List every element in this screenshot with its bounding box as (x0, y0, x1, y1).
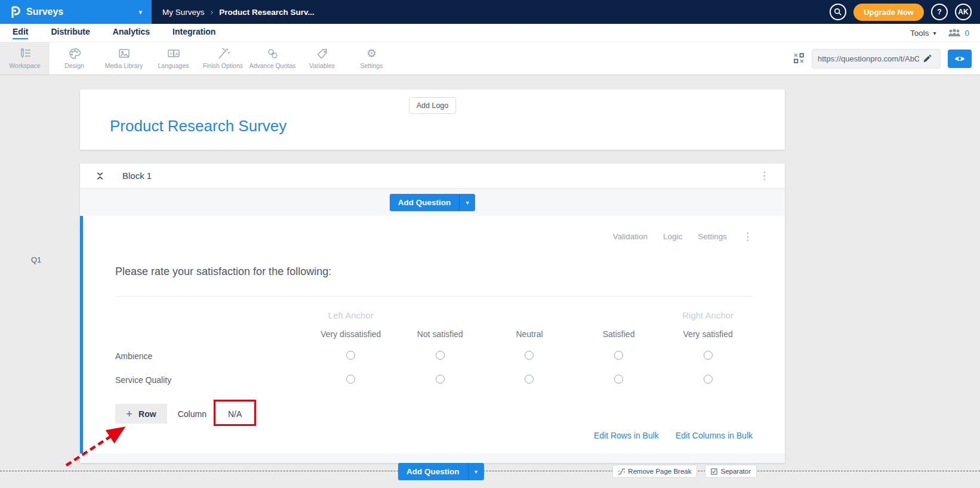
edit-columns-bulk-link[interactable]: Edit Columns in Bulk (676, 431, 753, 440)
left-anchor-placeholder[interactable]: Left Anchor (306, 310, 396, 320)
section-nav: Edit Distribute Analytics Integration To… (0, 24, 980, 42)
add-question-dropdown[interactable]: ▾ (459, 194, 475, 211)
survey-header-card: Add Logo Product Research Survey (80, 89, 785, 150)
matrix-row-service-quality: Service Quality (115, 368, 753, 392)
anchor-row: Left Anchor Right Anchor (115, 306, 753, 324)
avatar[interactable]: AK (955, 4, 972, 20)
survey-editor-page: { "topbar": { "product": "Surveys", "bre… (0, 0, 980, 488)
column-header[interactable]: Neutral (485, 329, 574, 339)
column-header[interactable]: Satisfied (574, 329, 664, 339)
collaborators-indicator[interactable]: 0 (948, 29, 969, 38)
collapse-block-icon[interactable] (95, 171, 104, 181)
variables-icon (316, 48, 329, 60)
editor-toolbar: Workspace Design Media Library x A Langu… (0, 42, 980, 75)
design-icon (68, 48, 81, 60)
add-question-split-button: Add Question ▾ (390, 194, 476, 211)
eye-icon (954, 55, 965, 63)
radio-service-2[interactable] (436, 375, 445, 384)
radio-service-3[interactable] (525, 375, 534, 384)
matrix-add-controls: + Row Column N/A (115, 404, 753, 424)
radio-service-5[interactable] (704, 375, 713, 384)
help-button[interactable]: ? (931, 4, 948, 20)
advance-quotas-icon (266, 48, 279, 60)
question-row: Q1 Validation Logic Settings ⋮ Please ra… (80, 216, 785, 453)
tab-analytics[interactable]: Analytics (113, 27, 150, 39)
add-question-dropdown-bottom[interactable]: ▾ (468, 463, 484, 480)
radio-ambience-4[interactable] (614, 351, 623, 360)
question-menu-icon[interactable]: ⋮ (742, 231, 753, 242)
radio-ambience-1[interactable] (346, 351, 355, 360)
add-question-split-button-bottom: Add Question ▾ (398, 463, 484, 480)
add-question-button[interactable]: Add Question (390, 194, 460, 211)
svg-text:x: x (170, 51, 172, 56)
toolbar-item-advance-quotas[interactable]: Advance Quotas (248, 42, 297, 75)
top-bar: Surveys ▾ My Surveys › Product Research … (0, 0, 980, 24)
page-break-actions: Remove Page Break Separator (612, 465, 757, 478)
row-label[interactable]: Service Quality (115, 375, 306, 385)
upgrade-now-button[interactable]: Upgrade Now (853, 4, 924, 21)
tab-edit[interactable]: Edit (13, 27, 28, 39)
add-question-button-bottom[interactable]: Add Question (398, 463, 468, 480)
column-header[interactable]: Very satisfied (663, 329, 753, 339)
right-anchor-placeholder[interactable]: Right Anchor (663, 310, 753, 320)
radio-ambience-5[interactable] (704, 351, 713, 360)
column-header[interactable]: Very dissatisfied (306, 329, 396, 339)
add-row-button[interactable]: + Row (115, 404, 167, 424)
add-column-button[interactable]: Column (167, 404, 217, 424)
add-na-button[interactable]: N/A (217, 404, 252, 424)
toolbar-item-design[interactable]: Design (50, 42, 99, 75)
toolbar-item-settings[interactable]: ⚙ Settings (347, 42, 396, 75)
separator-button[interactable]: Separator (705, 465, 757, 478)
tab-distribute[interactable]: Distribute (51, 27, 90, 39)
toolbar-item-workspace[interactable]: Workspace (0, 42, 50, 75)
chevron-down-icon: ▾ (466, 199, 469, 206)
survey-url-field[interactable] (812, 49, 941, 69)
tools-menu[interactable]: Tools ▾ (910, 29, 936, 38)
page-break-row: Add Question ▾ Remove Page Break Separat… (0, 463, 980, 488)
questionpro-logo-icon (10, 5, 20, 19)
workspace-icon (18, 48, 32, 60)
question-toolbar: Validation Logic Settings ⋮ (115, 216, 753, 242)
tools-label: Tools (910, 29, 929, 38)
question-id-label: Q1 (31, 255, 41, 264)
toolbar-item-finish-options[interactable]: Finish Options (198, 42, 248, 75)
subnav-right: Tools ▾ 0 (910, 29, 969, 38)
matrix-column-headers: Very dissatisfied Not satisfied Neutral … (115, 324, 753, 344)
settings-link[interactable]: Settings (698, 232, 727, 241)
radio-ambience-3[interactable] (525, 351, 534, 360)
block-footer (80, 453, 785, 463)
remove-page-break-button[interactable]: Remove Page Break (612, 465, 697, 478)
preview-button[interactable] (948, 50, 972, 68)
qr-code-icon[interactable] (794, 53, 805, 64)
search-button[interactable] (830, 4, 846, 20)
toolbar-item-languages[interactable]: x A Languages (149, 42, 198, 75)
radio-ambience-2[interactable] (436, 351, 445, 360)
edit-rows-bulk-link[interactable]: Edit Rows in Bulk (594, 431, 659, 440)
logic-link[interactable]: Logic (663, 232, 682, 241)
survey-url-input[interactable] (818, 54, 919, 63)
block-title[interactable]: Block 1 (122, 171, 152, 181)
radio-service-4[interactable] (614, 375, 623, 384)
add-logo-button[interactable]: Add Logo (409, 97, 457, 114)
question-card[interactable]: Validation Logic Settings ⋮ Please rate … (80, 216, 785, 453)
toolbar-item-media-library[interactable]: Media Library (99, 42, 149, 75)
question-text[interactable]: Please rate your satisfaction for the fo… (115, 265, 753, 278)
chevron-down-icon: ▾ (933, 30, 936, 36)
edit-pencil-icon[interactable] (923, 54, 932, 63)
product-switcher[interactable]: Surveys ▾ (0, 0, 152, 24)
chevron-down-icon: ▾ (138, 8, 142, 16)
block-menu-icon[interactable]: ⋮ (759, 171, 769, 181)
row-label[interactable]: Ambience (115, 351, 306, 361)
plus-icon: + (126, 407, 132, 421)
radio-service-1[interactable] (346, 375, 355, 384)
breadcrumb-parent[interactable]: My Surveys (162, 8, 205, 17)
chevron-right-icon: › (211, 7, 214, 17)
toolbar-item-variables[interactable]: Variables (297, 42, 347, 75)
tab-integration[interactable]: Integration (172, 27, 215, 39)
validation-link[interactable]: Validation (613, 232, 648, 241)
unlink-icon (618, 468, 625, 475)
media-library-icon (118, 48, 131, 60)
breadcrumb: My Surveys › Product Research Surv... (162, 7, 315, 17)
column-header[interactable]: Not satisfied (396, 329, 485, 339)
survey-title[interactable]: Product Research Survey (110, 117, 286, 135)
